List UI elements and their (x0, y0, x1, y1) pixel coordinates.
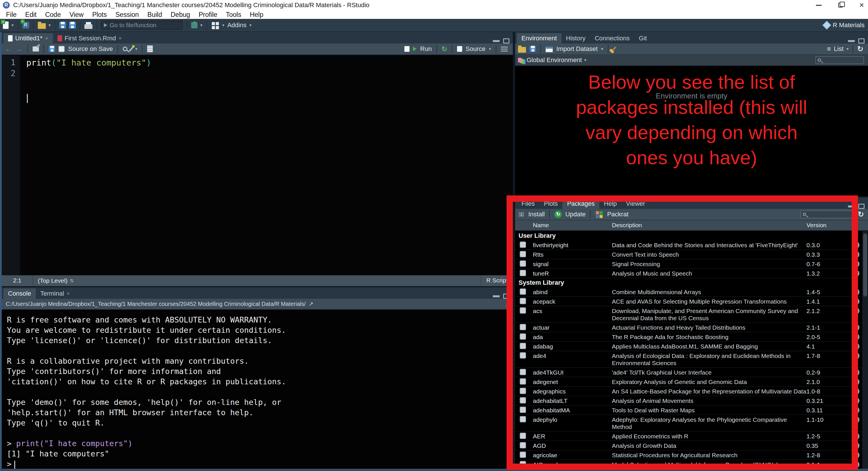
package-checkbox[interactable] (520, 298, 526, 304)
package-name-link[interactable]: adegraphics (533, 388, 612, 395)
tab-first-session-rmd[interactable]: First Session.Rmd × (53, 33, 126, 43)
save-document-icon[interactable] (49, 46, 55, 52)
package-checkbox[interactable] (520, 416, 526, 422)
column-name[interactable]: Name (533, 222, 612, 229)
package-remove-button[interactable]: × (852, 378, 860, 385)
package-name-link[interactable]: agricolae (533, 451, 612, 459)
menu-item-plots[interactable]: Plots (88, 11, 111, 19)
refresh-icon[interactable]: ↻ (858, 210, 864, 219)
import-dataset-button[interactable]: Import Dataset (556, 45, 597, 53)
package-remove-button[interactable]: × (852, 251, 860, 258)
package-name-link[interactable]: acepack (533, 298, 612, 305)
packrat-button[interactable]: Packrat (607, 211, 628, 218)
tab-packages[interactable]: Packages (562, 198, 599, 209)
package-remove-button[interactable]: × (852, 369, 860, 376)
menu-item-code[interactable]: Code (41, 11, 65, 19)
package-name-link[interactable]: adehabitatLT (533, 397, 612, 404)
document-outline-icon[interactable] (501, 46, 508, 48)
package-checkbox[interactable] (520, 242, 526, 248)
package-name-link[interactable]: adegenet (533, 378, 612, 385)
close-window-button[interactable]: × (860, 1, 864, 9)
tab-help[interactable]: Help (599, 198, 621, 209)
import-dataset-icon[interactable] (546, 46, 553, 52)
package-name-link[interactable]: signal (533, 260, 612, 268)
tab-git[interactable]: Git (634, 33, 651, 43)
tab-files[interactable]: Files (517, 198, 539, 209)
code-tools-dropdown[interactable]: ▾ (135, 46, 138, 52)
find-replace-icon[interactable] (123, 46, 127, 51)
package-remove-button[interactable]: × (852, 324, 860, 331)
package-name-link[interactable]: actuar (533, 324, 612, 331)
code-editor[interactable]: 1 2 print("I hate computers") (2, 56, 513, 275)
package-name-link[interactable]: adephylo (533, 416, 612, 423)
console-prompt-line[interactable]: > (7, 459, 513, 469)
menu-item-session[interactable]: Session (111, 11, 143, 19)
package-remove-button[interactable]: × (852, 260, 860, 268)
package-checkbox[interactable] (520, 378, 526, 385)
menu-item-file[interactable]: File (2, 11, 21, 19)
package-checkbox[interactable] (520, 307, 526, 314)
list-view-selector[interactable]: List (834, 45, 843, 53)
pane-layout-dropdown[interactable]: ▾ (222, 23, 225, 28)
goto-directory-icon[interactable]: ↗ (309, 301, 313, 307)
print-icon[interactable] (85, 24, 92, 29)
forward-icon[interactable]: → (16, 44, 23, 54)
run-button[interactable]: Run (420, 45, 432, 53)
rerun-icon[interactable]: ↻ (442, 45, 447, 53)
package-checkbox[interactable] (520, 442, 526, 448)
restore-window-button[interactable] (838, 3, 843, 7)
package-name-link[interactable]: adehabitatMA (533, 407, 612, 414)
addins-dropdown[interactable]: ▾ (249, 23, 252, 28)
project-selector[interactable]: R Materials (824, 19, 865, 31)
package-remove-button[interactable]: × (852, 352, 860, 359)
close-tab-icon[interactable]: × (67, 290, 70, 297)
new-file-dropdown[interactable]: ▾ (11, 23, 14, 28)
compile-notebook-icon[interactable] (147, 45, 153, 52)
refresh-icon[interactable]: ↻ (857, 44, 863, 54)
package-name-link[interactable]: tuneR (533, 270, 612, 277)
package-remove-button[interactable]: × (852, 298, 860, 305)
tab-terminal[interactable]: Terminal × (36, 288, 74, 299)
source-dropdown[interactable]: ▾ (489, 46, 491, 52)
file-type-selector[interactable]: R Script (480, 275, 513, 286)
scrollbar-thumb[interactable] (863, 233, 867, 296)
menu-item-tools[interactable]: Tools (221, 11, 246, 19)
package-checkbox[interactable] (520, 388, 526, 394)
minimize-window-button[interactable] (816, 5, 822, 6)
tab-environment[interactable]: Environment (517, 33, 561, 43)
package-remove-button[interactable]: × (852, 242, 860, 249)
package-remove-button[interactable]: × (852, 416, 860, 423)
package-remove-button[interactable]: × (852, 333, 860, 341)
import-dataset-dropdown[interactable]: ▾ (601, 46, 603, 52)
maximize-pane-icon[interactable] (858, 204, 865, 209)
tab-viewer[interactable]: Viewer (621, 198, 650, 209)
package-checkbox[interactable] (520, 288, 526, 295)
package-remove-button[interactable]: × (852, 442, 860, 449)
clear-workspace-broom-icon[interactable] (611, 46, 616, 52)
tab-untitled1[interactable]: Untitled1* × (3, 33, 53, 43)
tab-plots[interactable]: Plots (539, 198, 562, 209)
packages-scrollbar[interactable] (862, 231, 868, 469)
update-icon[interactable]: ↻ (554, 211, 562, 218)
goto-file-function-input[interactable]: Go to file/function (101, 21, 183, 30)
package-remove-button[interactable]: × (852, 397, 860, 404)
package-name-link[interactable]: ada (533, 333, 612, 341)
pane-layout-icon[interactable] (212, 22, 215, 25)
column-description[interactable]: Description (612, 222, 806, 229)
minimize-pane-icon[interactable] (848, 205, 855, 208)
menu-item-help[interactable]: Help (246, 11, 268, 19)
packages-table[interactable]: User LibraryfivethirtyeightData and Code… (515, 231, 862, 469)
package-checkbox[interactable] (520, 433, 526, 439)
package-remove-button[interactable]: × (852, 307, 860, 314)
package-name-link[interactable]: adabag (533, 343, 612, 350)
package-remove-button[interactable]: × (852, 407, 860, 414)
code-tools-icon[interactable] (129, 46, 134, 52)
menu-item-debug[interactable]: Debug (166, 11, 194, 19)
show-in-new-window-icon[interactable] (33, 46, 39, 52)
minimize-pane-icon[interactable] (493, 40, 500, 42)
console-output[interactable]: R is free software and comes with ABSOLU… (2, 310, 513, 469)
new-file-icon[interactable] (3, 22, 8, 29)
list-view-dropdown[interactable]: ▾ (846, 46, 849, 52)
minimize-pane-icon[interactable] (848, 40, 855, 42)
tab-history[interactable]: History (561, 33, 590, 43)
